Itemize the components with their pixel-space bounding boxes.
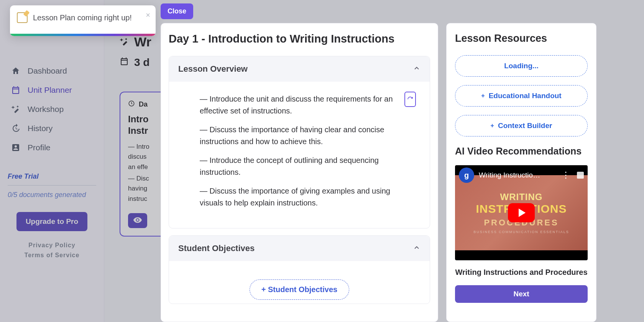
context-label: Context Builder <box>498 122 552 130</box>
plus-icon: + <box>481 92 485 99</box>
next-button[interactable]: Next <box>455 285 588 303</box>
overview-item: — Introduce the concept of outlining and… <box>200 154 414 178</box>
note-icon <box>17 12 28 23</box>
accordion-title: Lesson Overview <box>178 64 248 74</box>
plus-icon: + <box>491 122 494 129</box>
resource-loading[interactable]: Loading... <box>455 55 588 77</box>
modal-heading: Day 1 - Introduction to Writing Instruct… <box>169 33 430 45</box>
resource-context-builder[interactable]: + Context Builder <box>455 115 588 136</box>
close-button[interactable]: Close <box>161 3 193 19</box>
video-thumbnail[interactable]: WRITING INSTRUCTIONS PROCEDURES BUSINESS… <box>455 165 588 260</box>
handout-label: Educational Handout <box>489 92 562 100</box>
chevron-up-icon <box>413 64 421 74</box>
resources-title: Lesson Resources <box>455 33 588 44</box>
chevron-up-icon <box>413 244 421 253</box>
lesson-modal: Day 1 - Introduction to Writing Instruct… <box>161 23 438 322</box>
toast-text: Lesson Plan coming right up! <box>33 13 132 22</box>
videos-heading: AI Video Recommendations <box>455 146 588 157</box>
regenerate-button[interactable] <box>404 92 416 107</box>
channel-avatar[interactable]: g <box>459 168 474 183</box>
share-icon[interactable] <box>577 172 584 179</box>
video-caption: Writing Instructions and Procedures <box>455 268 588 277</box>
overview-item: — Discuss the importance of having clear… <box>200 124 414 148</box>
accordion-header-overview[interactable]: Lesson Overview <box>169 56 430 82</box>
accordion-overview: Lesson Overview — Introduce the unit and… <box>169 56 430 228</box>
video-overlay-title: Writing Instructio… <box>479 171 555 179</box>
add-objectives-button[interactable]: + Student Objectives <box>250 279 349 300</box>
accordion-header-objectives[interactable]: Student Objectives <box>169 236 430 261</box>
accordion-title: Student Objectives <box>178 243 255 253</box>
toast: Lesson Plan coming right up! × <box>10 5 156 36</box>
accordion-objectives: Student Objectives + Student Objectives <box>169 235 430 304</box>
resources-panel: Lesson Resources Loading... + Educationa… <box>446 23 596 322</box>
close-icon[interactable]: × <box>146 11 150 20</box>
overview-item: — Discuss the importance of giving examp… <box>200 185 414 209</box>
toast-progress <box>10 34 156 36</box>
resource-handout[interactable]: + Educational Handout <box>455 85 588 107</box>
still-sub: BUSINESS COMMUNICATION ESSENTIALS <box>473 230 569 234</box>
loading-label: Loading... <box>504 62 539 70</box>
accordion-body-objectives: + Student Objectives <box>169 261 430 304</box>
still-line: WRITING <box>500 192 543 202</box>
kebab-icon[interactable]: ⋮ <box>559 170 572 180</box>
play-icon[interactable] <box>508 203 535 222</box>
accordion-body-overview: — Introduce the unit and discuss the req… <box>169 82 430 228</box>
overview-item: — Introduce the unit and discuss the req… <box>200 93 414 117</box>
video-card: WRITING INSTRUCTIONS PROCEDURES BUSINESS… <box>455 165 588 303</box>
